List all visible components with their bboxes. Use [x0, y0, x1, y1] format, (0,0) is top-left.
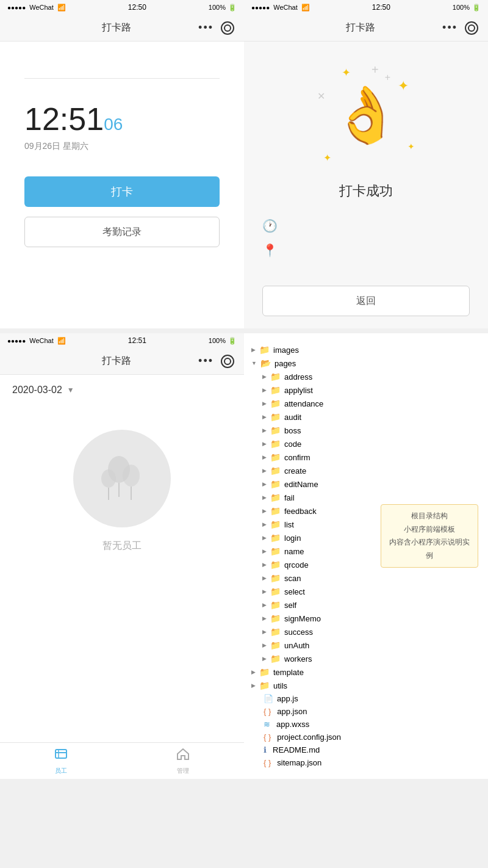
file-name: sitemap.json	[277, 758, 321, 767]
nav-icons-right: •••	[442, 21, 478, 35]
list-item[interactable]: ▶📁fail	[251, 491, 481, 504]
list-item[interactable]: { } sitemap.json	[251, 756, 481, 769]
annotation-box: 根目录结构 小程序前端模板 内容含小程序演示说明实例	[381, 504, 478, 568]
back-button[interactable]: 返回	[262, 286, 470, 316]
list-item[interactable]: ▶📁select	[251, 585, 481, 598]
file-name: editName	[284, 480, 318, 489]
nav-more-icon-right[interactable]: •••	[442, 21, 458, 34]
file-name: workers	[284, 654, 312, 664]
clock-display: 12:5106	[24, 103, 220, 135]
list-item[interactable]: ▶📁address	[251, 370, 481, 383]
sparkle-icon-4: ✦	[323, 152, 331, 164]
folder-icon: 📁	[270, 640, 281, 650]
folder-icon: 📂	[260, 358, 271, 368]
empty-avatar	[73, 430, 171, 527]
clock-time: 12:51	[24, 101, 104, 137]
cross-icon-1: ✕	[317, 90, 325, 102]
list-item[interactable]: ▶ 📁 images	[251, 343, 481, 356]
date-value: 2020-03-02	[12, 385, 62, 396]
list-item[interactable]: ▶📁confirm	[251, 450, 481, 464]
sparkle-icon-3: ✦	[407, 142, 415, 151]
file-name: utils	[273, 681, 287, 690]
list-item[interactable]: { } app.json	[251, 705, 481, 718]
list-item[interactable]: ▶📁success	[251, 625, 481, 638]
battery-label-bl: 100%	[209, 337, 226, 344]
svg-point-2	[123, 465, 140, 486]
list-item[interactable]: ▶📁workers	[251, 652, 481, 665]
file-name: attendance	[284, 399, 323, 408]
clock-seconds: 06	[104, 115, 123, 134]
employee-tab-icon	[54, 747, 68, 765]
carrier-label-right: WeChat	[273, 4, 298, 11]
folder-icon: 📁	[270, 627, 281, 637]
file-name: login	[284, 533, 301, 543]
nav-scan-icon-left[interactable]	[221, 21, 234, 35]
list-item[interactable]: ▶📁boss	[251, 424, 481, 437]
file-name: qrcode	[284, 560, 309, 570]
nav-more-icon-bl[interactable]: •••	[198, 355, 214, 367]
list-item[interactable]: ▶📁audit	[251, 410, 481, 424]
empty-employee-section: 暂无员工	[0, 405, 244, 577]
list-item[interactable]: { } project.config.json	[251, 731, 481, 743]
time-display-top-left: 12:50	[128, 3, 146, 12]
checkin-button[interactable]: 打卡	[24, 176, 220, 207]
list-item[interactable]: ▶📁create	[251, 464, 481, 477]
annotation-line3: 内容含小程序演示说明实例	[389, 536, 470, 562]
tab-management[interactable]: 管理	[122, 743, 244, 779]
file-name: app.wxss	[276, 720, 309, 729]
battery-icon-top-right: 🔋	[472, 4, 481, 12]
date-picker[interactable]: 2020-03-02 ▼	[0, 375, 244, 405]
nav-title-left: 打卡路	[102, 21, 131, 34]
file-name: README.md	[273, 745, 320, 754]
tab-employee[interactable]: 员工	[0, 743, 122, 779]
file-name: pages	[274, 359, 296, 368]
records-button[interactable]: 考勤记录	[24, 217, 220, 247]
signal-icon-right: ●●●●●	[251, 4, 270, 11]
js-file-icon: 📄	[264, 694, 273, 703]
folder-icon: 📁	[270, 546, 281, 556]
empty-label: 暂无员工	[102, 540, 142, 552]
nav-bar-bottom-left: 打卡路 •••	[0, 348, 244, 375]
folder-icon: 📁	[270, 519, 281, 529]
list-item[interactable]: ▶📁scan	[251, 571, 481, 585]
file-name: create	[284, 466, 306, 476]
list-item[interactable]: ▶📁unAuth	[251, 638, 481, 652]
nav-title-bl: 打卡路	[102, 355, 131, 367]
folder-icon: 📁	[259, 345, 270, 355]
folder-icon: 📁	[270, 613, 281, 623]
clock-icon: 🕐	[262, 219, 278, 233]
list-item[interactable]: ▶📁self	[251, 598, 481, 612]
list-item[interactable]: ▶📁signMemo	[251, 612, 481, 625]
success-title: 打卡成功	[339, 182, 393, 200]
cross-icon-2: +	[385, 72, 390, 83]
folder-icon: 📁	[270, 412, 281, 422]
list-item[interactable]: ▼ 📂 pages	[251, 356, 481, 370]
list-item[interactable]: 📄 app.js	[251, 692, 481, 705]
file-name: self	[284, 601, 296, 610]
nav-bar-right: 打卡路 •••	[244, 15, 488, 42]
file-name: images	[273, 345, 299, 355]
folder-icon: 📁	[270, 560, 281, 570]
list-item-template[interactable]: ▶ 📁 template	[251, 665, 481, 679]
list-item[interactable]: ▶📁applylist	[251, 383, 481, 397]
file-name: code	[284, 439, 301, 449]
list-item[interactable]: ▶📁attendance	[251, 397, 481, 410]
file-name: feedback	[284, 507, 317, 516]
tab-employee-label: 员工	[55, 767, 67, 775]
folder-icon: 📁	[270, 452, 281, 462]
signal-icon: ●●●●●	[7, 4, 26, 11]
list-item[interactable]: ℹ README.md	[251, 743, 481, 756]
nav-scan-icon-bl[interactable]	[221, 355, 234, 368]
list-item[interactable]: ▶ 📁 utils	[251, 679, 481, 692]
nav-more-icon-left[interactable]: •••	[198, 21, 214, 34]
wifi-icon-bl: 📶	[57, 337, 66, 345]
folder-icon: 📁	[259, 667, 270, 677]
list-item[interactable]: ▶📁code	[251, 437, 481, 450]
status-bar-bottom-left: ●●●●● WeChat 📶 12:51 100% 🔋	[0, 333, 244, 348]
list-item[interactable]: ≋ app.wxss	[251, 718, 481, 731]
date-picker-arrow-icon: ▼	[67, 386, 74, 394]
nav-scan-icon-right[interactable]	[465, 21, 478, 35]
file-name: audit	[284, 413, 301, 422]
folder-icon: 📁	[270, 587, 281, 596]
list-item[interactable]: ▶📁editName	[251, 477, 481, 491]
